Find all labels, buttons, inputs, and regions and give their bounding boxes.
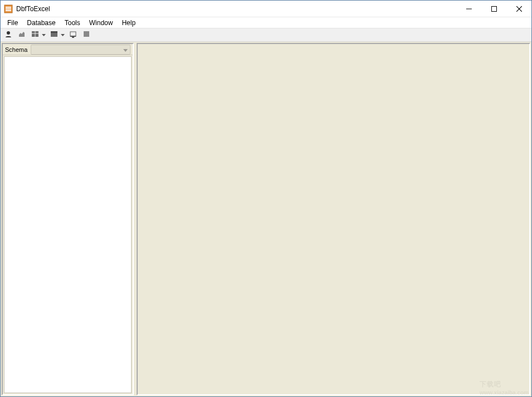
menu-file[interactable]: File bbox=[3, 18, 22, 28]
maximize-button[interactable] bbox=[481, 1, 506, 17]
minimize-button[interactable] bbox=[456, 1, 481, 17]
content-area bbox=[137, 43, 530, 395]
toolbar-run-button[interactable] bbox=[67, 30, 79, 41]
svg-rect-5 bbox=[491, 6, 496, 11]
open-hands-icon bbox=[18, 30, 26, 40]
client-area: Schema bbox=[1, 42, 531, 396]
titlebar[interactable]: DbfToExcel bbox=[1, 1, 531, 17]
query-icon bbox=[50, 30, 58, 40]
schema-row: Schema bbox=[3, 44, 133, 55]
schema-label: Schema bbox=[3, 46, 31, 53]
toolbar-stop-button[interactable] bbox=[81, 30, 92, 41]
svg-rect-13 bbox=[51, 31, 57, 33]
menu-tools[interactable]: Tools bbox=[60, 18, 85, 28]
table-icon bbox=[31, 30, 39, 40]
toolbar bbox=[1, 28, 531, 42]
schema-tree[interactable] bbox=[4, 56, 132, 393]
svg-rect-3 bbox=[6, 10, 11, 11]
run-icon bbox=[69, 30, 77, 40]
svg-point-8 bbox=[7, 31, 10, 35]
toolbar-export-table-dropdown[interactable] bbox=[30, 30, 46, 41]
svg-rect-17 bbox=[84, 31, 89, 37]
menu-database[interactable]: Database bbox=[22, 18, 60, 28]
app-icon bbox=[4, 4, 13, 13]
svg-rect-14 bbox=[70, 32, 76, 36]
toolbar-open-session-button[interactable] bbox=[16, 30, 27, 41]
menubar: File Database Tools Window Help bbox=[1, 17, 531, 28]
schema-panel: Schema bbox=[2, 43, 134, 395]
toolbar-export-query-dropdown[interactable] bbox=[49, 30, 65, 41]
head-icon bbox=[4, 30, 12, 40]
chevron-down-icon bbox=[123, 46, 128, 54]
chevron-down-icon[interactable] bbox=[60, 30, 65, 41]
toolbar-logon-button[interactable] bbox=[3, 30, 14, 41]
stop-icon bbox=[83, 30, 90, 40]
chevron-down-icon[interactable] bbox=[41, 30, 46, 41]
app-window: DbfToExcel File Database Tools Window He… bbox=[0, 0, 532, 397]
svg-rect-1 bbox=[6, 7, 11, 8]
svg-rect-2 bbox=[6, 8, 11, 9]
close-button[interactable] bbox=[506, 1, 531, 17]
menu-help[interactable]: Help bbox=[117, 18, 140, 28]
menu-window[interactable]: Window bbox=[85, 18, 118, 28]
window-title: DbfToExcel bbox=[16, 5, 50, 13]
schema-select[interactable] bbox=[31, 45, 130, 55]
window-controls bbox=[456, 1, 531, 17]
